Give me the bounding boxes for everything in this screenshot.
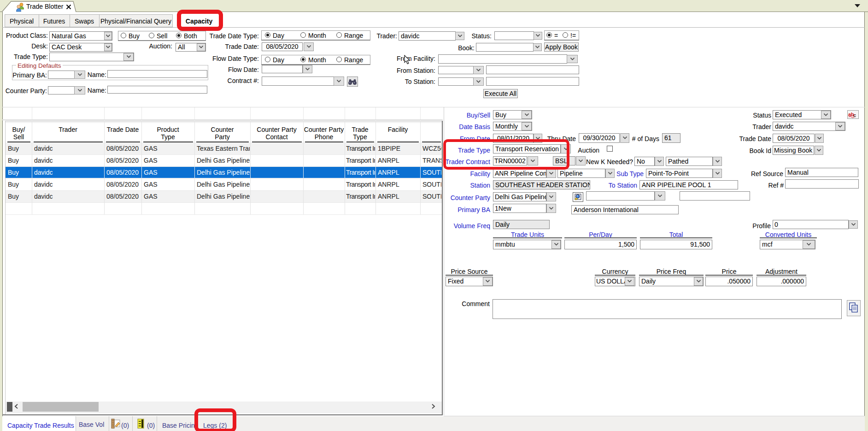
svg-text:c: c [853, 112, 856, 118]
